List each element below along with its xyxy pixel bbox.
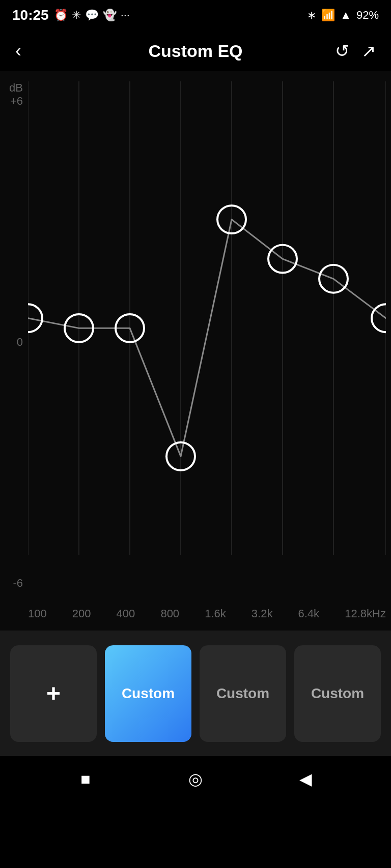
freq-3200: 3.2k <box>252 607 273 620</box>
header-actions: ↺ ↗ <box>335 41 376 61</box>
status-left: 10:25 ⏰ ✳ 💬 👻 ··· <box>12 7 130 23</box>
preset-2-label: Custom <box>216 685 269 702</box>
more-icon: ··· <box>121 9 130 22</box>
status-icons: ⏰ ✳ 💬 👻 ··· <box>54 9 130 22</box>
eq-chart[interactable]: dB +6 0 -6 <box>0 71 391 631</box>
preset-3-label: Custom <box>311 685 364 702</box>
nav-bar: ■ ◎ ◀ <box>0 756 391 802</box>
wifi-icon: ▲ <box>340 9 351 22</box>
nav-home-button[interactable]: ◎ <box>180 764 211 794</box>
add-icon: + <box>46 679 61 707</box>
eq-y-labels: dB +6 0 -6 <box>0 71 28 631</box>
stop-icon: ■ <box>80 770 90 789</box>
status-time: 10:25 <box>12 7 49 23</box>
status-right: ∗ 📶 ▲ 92% <box>307 9 379 22</box>
snapchat-icon: 👻 <box>103 9 117 22</box>
freq-100: 100 <box>28 607 47 620</box>
hash-icon: ✳ <box>72 9 81 22</box>
export-button[interactable]: ↗ <box>361 41 376 61</box>
preset-2-button[interactable]: Custom <box>200 645 286 742</box>
preset-area: + Custom Custom Custom <box>0 631 391 756</box>
eq-svg-canvas[interactable] <box>28 81 386 595</box>
reset-button[interactable]: ↺ <box>335 41 349 61</box>
nav-stop-button[interactable]: ■ <box>70 764 101 794</box>
messenger-icon: 💬 <box>85 9 99 22</box>
freq-6400: 6.4k <box>298 607 320 620</box>
app-header: ‹ Custom EQ ↺ ↗ <box>0 31 391 71</box>
db-unit-label: dB <box>0 81 28 95</box>
status-bar: 10:25 ⏰ ✳ 💬 👻 ··· ∗ 📶 ▲ 92% <box>0 0 391 31</box>
nav-back-button[interactable]: ◀ <box>290 764 321 794</box>
preset-3-button[interactable]: Custom <box>294 645 381 742</box>
eq-curve-line <box>28 220 386 457</box>
alarm-icon: ⏰ <box>54 9 68 22</box>
freq-1600: 1.6k <box>205 607 226 620</box>
add-preset-button[interactable]: + <box>10 645 97 742</box>
page-title: Custom EQ <box>148 41 242 61</box>
db-minus6-label: -6 <box>0 577 28 590</box>
freq-800: 800 <box>160 607 179 620</box>
bluetooth-icon: ∗ <box>307 9 316 22</box>
battery-text: 92% <box>356 9 379 22</box>
preset-1-label: Custom <box>122 685 175 702</box>
db-zero-label: 0 <box>0 336 28 349</box>
db-plus6-label: +6 <box>0 95 28 108</box>
signal-icon: 📶 <box>321 9 335 22</box>
back-button[interactable]: ‹ <box>15 40 21 62</box>
freq-400: 400 <box>117 607 135 620</box>
back-nav-icon: ◀ <box>299 769 312 789</box>
freq-200: 200 <box>72 607 91 620</box>
freq-12800: 12.8kHz <box>345 607 386 620</box>
eq-chart-container[interactable]: dB +6 0 -6 <box>0 71 391 631</box>
home-icon: ◎ <box>188 769 203 789</box>
preset-1-button[interactable]: Custom <box>105 645 191 742</box>
eq-freq-labels: 100 200 400 800 1.6k 3.2k 6.4k 12.8kHz <box>28 607 386 620</box>
